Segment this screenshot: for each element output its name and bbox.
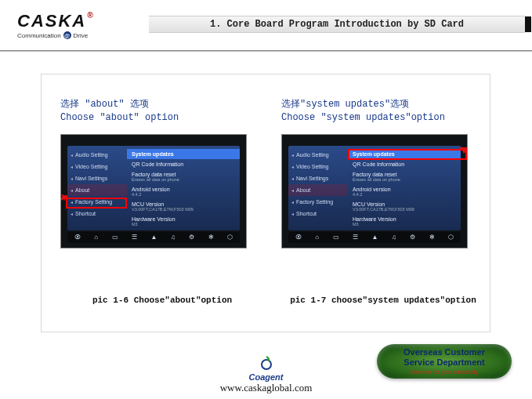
svg-line-0 [60,196,67,207]
dock-icon: ✻ [208,234,214,241]
logo-tagline: Communication @ Drive [17,31,88,39]
main-item: MCU VersionV3.00FT,CA17B,E7W,F503 M09 [348,199,461,214]
badge-line1a: Overseas Customer [404,347,485,357]
dock-icon: ♫ [392,234,396,241]
sidebar-item: Navi Settings [67,172,127,184]
service-badge: Overseas Customer Service Department Ser… [377,344,512,379]
device-main: System updatesQR Code InformationFactory… [127,146,240,230]
dock-icon: ▲ [150,234,157,241]
panel-left: 选择 "about" 选项 Choose "about" option Audi… [60,98,264,248]
device-dock: ⦿⌂▭☰▲♫⚙✻⬡ [67,232,240,243]
page-title: 1. Core Board Program Introduction by SD… [149,16,525,33]
panel-right: 选择"system updates"选项 Choose "system upda… [281,98,485,248]
main-item: System updates [348,149,461,159]
header-divider [0,50,532,52]
dock-icon: ⌂ [94,234,98,241]
caption-left: pic 1-6 Choose"about"option [60,296,264,305]
dock-icon: ▭ [333,234,339,241]
sidebar-item: About [288,184,348,196]
instr-en: Choose "about" option [60,111,264,125]
sidebar-item: Video Setting [67,161,127,172]
dock-icon: ✻ [429,234,435,241]
badge-line1b: Service Department [404,357,484,367]
main-item: Factory data resetErases all data on pho… [127,169,240,184]
main-item: System updates [127,149,240,159]
instr-en: Choose "system updates"option [281,111,485,125]
screen-inner: Audio SettingVideo SettingNavi SettingsA… [288,146,461,230]
footer: Coagent www.caskaglobal.com Overseas Cus… [0,341,532,399]
dock-icon: ⬡ [227,234,233,241]
coagent-logo: Coagent [249,355,284,382]
device-sidebar: Audio SettingVideo SettingNavi SettingsA… [288,146,348,230]
main-item: Android version4.4.2 [127,184,240,199]
sidebar-item: Audio Setting [288,149,348,161]
sidebar-item: Shortcut [67,208,127,219]
header: CASKA® Communication @ Drive 1. Core Boa… [0,0,532,42]
badge-line2: Service for you sincerely [410,368,478,375]
main-item: Factory data resetErases all data on pho… [348,169,461,184]
sidebar-item: Factory Setting [288,196,348,208]
logo: CASKA® Communication @ Drive [17,11,95,39]
dock-icon: ⦿ [295,234,302,241]
device-main: System updatesQR Code InformationFactory… [348,146,461,230]
instr-cn: 选择 "about" 选项 [60,98,264,111]
sidebar-item: Audio Setting [67,149,127,161]
sidebar-item: Shortcut [288,208,348,219]
dock-icon: ▲ [371,234,378,241]
svg-marker-1 [61,194,67,201]
main-item: Hardware VersionM3 [127,214,240,229]
at-icon: @ [63,31,71,39]
sidebar-item: Video Setting [288,161,348,172]
screenshot-right: Audio SettingVideo SettingNavi SettingsA… [281,134,468,248]
main-item: QR Code Information [127,159,240,169]
device-dock: ⦿⌂▭☰▲♫⚙✻⬡ [288,232,461,243]
dock-icon: ▭ [112,234,118,241]
sidebar-item: Factory Setting [67,196,127,208]
coagent-icon [259,355,274,371]
dock-icon: ⦿ [74,234,81,241]
sidebar-item: About [67,184,127,196]
sidebar-item: Navi Settings [288,172,348,184]
screen-inner: Audio SettingVideo SettingNavi SettingsA… [67,146,240,230]
svg-line-2 [461,147,468,165]
main-item: Android version4.4.2 [348,184,461,199]
dock-icon: ⬡ [448,234,454,241]
tagline-right: Drive [74,32,89,39]
dock-icon: ⚙ [189,234,194,241]
instruction-left: 选择 "about" 选项 Choose "about" option [60,98,264,125]
tagline-left: Communication [17,32,61,39]
svg-marker-3 [461,147,468,154]
dock-icon: ☰ [353,234,358,241]
instr-cn: 选择"system updates"选项 [281,98,485,111]
dock-icon: ⚙ [410,234,415,241]
dock-icon: ⌂ [315,234,319,241]
dock-icon: ☰ [132,234,137,241]
logo-reg: ® [87,11,94,20]
footer-url: www.caskaglobal.com [220,382,313,394]
coagent-text: Coagent [249,372,284,382]
dock-icon: ♫ [171,234,176,241]
instruction-right: 选择"system updates"选项 Choose "system upda… [281,98,485,125]
logo-main: CASKA® [17,11,95,31]
content-frame: 选择 "about" 选项 Choose "about" option Audi… [41,74,490,332]
main-item: Hardware VersionM3 [348,214,461,229]
main-item: QR Code Information [348,159,461,169]
device-sidebar: Audio SettingVideo SettingNavi SettingsA… [67,146,127,230]
caption-right: pic 1-7 choose"system updates"option [281,296,485,305]
svg-point-4 [262,360,271,369]
main-item: MCU VersionV3.00FT,CA17B,E7W,F503 M09 [127,199,240,214]
logo-text: CASKA [17,11,86,31]
screenshot-left: Audio SettingVideo SettingNavi SettingsA… [60,134,247,248]
